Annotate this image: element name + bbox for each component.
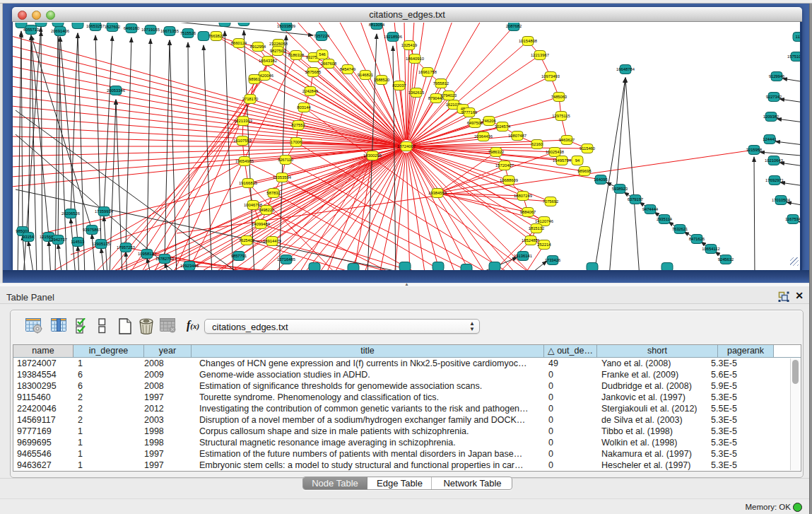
svg-text:62160: 62160 <box>531 142 543 146</box>
svg-text:1209382: 1209382 <box>763 115 779 119</box>
svg-text:19166825: 19166825 <box>239 181 257 185</box>
svg-text:20206526: 20206526 <box>61 211 80 216</box>
svg-text:18300295: 18300295 <box>363 153 382 158</box>
svg-text:12942737: 12942737 <box>49 238 67 242</box>
svg-text:14099489: 14099489 <box>252 222 270 226</box>
svg-text:9777169: 9777169 <box>461 110 478 115</box>
svg-text:6497508: 6497508 <box>467 121 483 125</box>
svg-text:20364436: 20364436 <box>474 134 493 139</box>
svg-text:20053346: 20053346 <box>107 88 125 93</box>
svg-text:6794023: 6794023 <box>441 93 457 98</box>
svg-text:1815132: 1815132 <box>529 226 545 230</box>
svg-text:12975115: 12975115 <box>552 114 570 118</box>
svg-text:7357224: 7357224 <box>314 34 330 38</box>
svg-text:9115460: 9115460 <box>579 146 595 151</box>
svg-text:18640910: 18640910 <box>406 57 424 61</box>
svg-text:9474444: 9474444 <box>642 207 659 211</box>
svg-text:989695: 989695 <box>577 169 591 173</box>
svg-text:1733426: 1733426 <box>545 258 561 262</box>
svg-text:746206: 746206 <box>482 119 495 123</box>
svg-text:8912954: 8912954 <box>250 45 266 49</box>
svg-text:9227342: 9227342 <box>766 95 782 99</box>
svg-text:93154: 93154 <box>23 235 35 239</box>
svg-text:164095: 164095 <box>594 177 607 182</box>
svg-text:18724007: 18724007 <box>397 144 416 148</box>
svg-text:10973493: 10973493 <box>541 74 560 78</box>
svg-text:2718170: 2718170 <box>242 97 259 101</box>
svg-text:18807249: 18807249 <box>514 194 532 198</box>
svg-text:9884067: 9884067 <box>520 210 536 214</box>
svg-text:5875685: 5875685 <box>305 70 322 74</box>
svg-text:13716485: 13716485 <box>277 257 295 262</box>
svg-text:2242843: 2242843 <box>302 89 319 93</box>
svg-text:93975867: 93975867 <box>83 228 101 232</box>
svg-text:17692971: 17692971 <box>765 178 784 182</box>
svg-text:8186328: 8186328 <box>288 53 305 57</box>
svg-text:10719155: 10719155 <box>141 28 160 32</box>
svg-text:94: 94 <box>575 158 580 163</box>
svg-text:10653257: 10653257 <box>86 24 105 28</box>
svg-text:1362615: 1362615 <box>408 90 425 95</box>
svg-text:6379197: 6379197 <box>628 197 644 201</box>
svg-text:3267110: 3267110 <box>278 158 293 162</box>
svg-text:19654985: 19654985 <box>235 159 254 163</box>
svg-text:1527602: 1527602 <box>105 25 121 29</box>
svg-text:6466160: 6466160 <box>124 26 140 30</box>
svg-text:8471626: 8471626 <box>689 237 705 241</box>
svg-text:9245612: 9245612 <box>718 257 734 262</box>
svg-text:13495794: 13495794 <box>553 158 572 163</box>
svg-text:15751074: 15751074 <box>787 54 800 59</box>
svg-text:111: 111 <box>796 35 800 39</box>
svg-text:8660124: 8660124 <box>231 41 247 45</box>
svg-text:16782759: 16782759 <box>155 257 174 261</box>
svg-text:16543382: 16543382 <box>259 59 277 63</box>
svg-text:17010504: 17010504 <box>772 198 791 202</box>
svg-text:10046798: 10046798 <box>244 203 262 207</box>
svg-text:1588520: 1588520 <box>374 78 390 82</box>
svg-text:10154808: 10154808 <box>519 39 537 43</box>
svg-text:1325419: 1325419 <box>401 43 418 47</box>
svg-text:252214: 252214 <box>537 243 551 247</box>
svg-text:3498222: 3498222 <box>259 208 275 212</box>
svg-text:3215958: 3215958 <box>746 148 763 152</box>
svg-text:8454749: 8454749 <box>340 67 356 71</box>
svg-text:9463627: 9463627 <box>559 138 575 142</box>
svg-text:10958127: 10958127 <box>138 252 156 256</box>
svg-text:12213303: 12213303 <box>234 119 252 123</box>
svg-text:10688609: 10688609 <box>500 178 518 182</box>
svg-text:587832: 587832 <box>266 191 280 195</box>
svg-text:10807487: 10807487 <box>508 134 526 138</box>
svg-text:7663822: 7663822 <box>208 34 225 38</box>
svg-text:2935114: 2935114 <box>657 217 673 221</box>
svg-text:9146821: 9146821 <box>358 73 374 77</box>
svg-text:12213967: 12213967 <box>531 53 549 57</box>
svg-text:7515526: 7515526 <box>180 31 196 35</box>
svg-text:5938923: 5938923 <box>612 187 628 191</box>
svg-text:23226058: 23226058 <box>269 42 288 46</box>
svg-text:14120746: 14120746 <box>535 219 553 223</box>
svg-text:803144: 803144 <box>297 105 311 110</box>
svg-text:10210643: 10210643 <box>765 158 783 163</box>
svg-text:9129946: 9129946 <box>769 74 785 78</box>
svg-text:10654112: 10654112 <box>702 247 719 251</box>
svg-text:20691406: 20691406 <box>51 29 69 33</box>
svg-text:16961758: 16961758 <box>418 70 437 74</box>
svg-text:17957253: 17957253 <box>117 245 135 250</box>
svg-text:16671355: 16671355 <box>160 29 179 33</box>
svg-text:9827503: 9827503 <box>270 49 286 53</box>
svg-text:10025438: 10025438 <box>546 150 564 154</box>
svg-text:7986322: 7986322 <box>488 150 505 154</box>
svg-text:13353594: 13353594 <box>273 175 292 180</box>
svg-text:19218506: 19218506 <box>384 35 402 39</box>
svg-text:7955812: 7955812 <box>433 81 449 86</box>
svg-text:822037: 822037 <box>392 83 406 88</box>
svg-text:19384554: 19384554 <box>428 191 447 195</box>
svg-text:546: 546 <box>319 52 326 57</box>
svg-text:14136141: 14136141 <box>514 254 532 258</box>
svg-text:7632621: 7632621 <box>672 227 688 231</box>
svg-text:9857791: 9857791 <box>231 254 247 258</box>
svg-text:16914479: 16914479 <box>263 239 281 243</box>
svg-text:16107553: 16107553 <box>233 139 252 143</box>
svg-text:1167534: 1167534 <box>785 217 800 221</box>
svg-text:7075692: 7075692 <box>543 199 559 204</box>
